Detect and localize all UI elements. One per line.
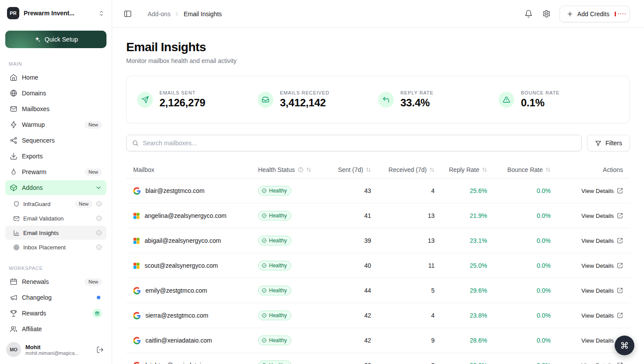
workspace-switcher[interactable]: PR Prewarm Invent... xyxy=(5,5,106,21)
sidebar-item-renewals[interactable]: Renewals New xyxy=(5,274,106,289)
users-icon xyxy=(10,325,18,333)
col-label: Reply Rate xyxy=(449,166,479,173)
col-sent[interactable]: Sent (7d) xyxy=(330,166,378,173)
reply-rate-value: 23.8% xyxy=(442,312,494,319)
col-mailbox: Mailbox xyxy=(126,166,251,173)
credits-indicator xyxy=(615,11,626,16)
google-icon xyxy=(133,287,141,294)
sidebar-item-affiliate[interactable]: Affiliate xyxy=(5,322,106,336)
user-email: mohit.mimani@magica... xyxy=(25,350,87,356)
panel-left-icon xyxy=(124,10,132,18)
received-value: 13 xyxy=(378,237,442,244)
user-card[interactable]: MO Mohit mohit.mimani@magica... xyxy=(0,337,112,364)
table-row: caitlin@xeniadataio.com Healthy 42 9 28.… xyxy=(126,328,630,353)
command-palette-button[interactable]: ⌘ xyxy=(615,336,634,355)
col-bounce-rate[interactable]: Bounce Rate xyxy=(494,166,558,173)
col-received[interactable]: Received (7d) xyxy=(378,166,442,173)
add-credits-button[interactable]: Add Credits xyxy=(559,6,630,22)
app-root: PR Prewarm Invent... Quick Setup MAIN Ho… xyxy=(0,0,644,364)
sidebar-item-rewards[interactable]: Rewards xyxy=(5,306,106,321)
sent-value: 44 xyxy=(330,287,378,294)
col-label: Health Status xyxy=(258,166,295,173)
search-input[interactable] xyxy=(143,140,576,147)
user-avatar: MO xyxy=(6,342,21,357)
view-details-label: View Details xyxy=(581,312,614,319)
sidebar-item-email-validation[interactable]: Email Validation xyxy=(5,211,106,225)
table-row: emily@zestgtmco.com Healthy 44 5 29.6% xyxy=(126,278,630,303)
info-icon[interactable] xyxy=(96,215,102,221)
health-status-badge: Healthy xyxy=(258,286,291,295)
workspace-name: Prewarm Invent... xyxy=(24,10,94,17)
mail-check-icon xyxy=(13,215,20,222)
page-subtitle: Monitor mailbox health and email activit… xyxy=(126,57,630,64)
stat-value: 2,126,279 xyxy=(159,97,205,109)
user-meta: Mohit mohit.mimani@magica... xyxy=(25,344,90,356)
breadcrumb-parent[interactable]: Add-ons xyxy=(148,10,170,18)
view-details-link[interactable]: View Details xyxy=(581,238,623,244)
sidebar-item-email-insights[interactable]: Email Insights xyxy=(5,226,106,240)
filters-button[interactable]: Filters xyxy=(587,135,630,151)
toolbar: Filters xyxy=(126,135,630,151)
view-details-label: View Details xyxy=(581,213,614,219)
table-row: scout@zealsynergyco.com Healthy 40 11 25… xyxy=(126,253,630,278)
sidebar-item-changelog[interactable]: Changelog xyxy=(5,290,106,305)
mailbox-email: sierra@zestgtmco.com xyxy=(145,312,208,319)
globe-icon xyxy=(10,89,18,97)
page-content: Email Insights Monitor mailbox health an… xyxy=(112,28,644,364)
info-icon[interactable] xyxy=(96,201,102,207)
view-details-link[interactable]: View Details xyxy=(581,362,623,364)
info-icon[interactable] xyxy=(96,244,102,250)
view-details-link[interactable]: View Details xyxy=(581,287,623,294)
view-details-label: View Details xyxy=(581,337,614,344)
sidebar-toggle-button[interactable] xyxy=(122,8,134,20)
sidebar-item-home[interactable]: Home xyxy=(5,70,106,85)
sidebar-item-addons[interactable]: Addons xyxy=(5,180,106,195)
sidebar-item-exports[interactable]: Exports xyxy=(5,149,106,164)
health-status-badge: Healthy xyxy=(258,211,291,220)
reply-rate-value: 30.6% xyxy=(442,362,494,364)
stat-label: EMAILS RECEIVED xyxy=(280,90,329,95)
col-health-status[interactable]: Health Status xyxy=(251,166,330,173)
table-row: leighton@xeniadataio.com Healthy 36 3 30… xyxy=(126,353,630,364)
sidebar-item-inbox-placement[interactable]: Inbox Placement xyxy=(5,240,106,254)
col-label: Bounce Rate xyxy=(507,166,543,173)
view-details-link[interactable]: View Details xyxy=(581,188,623,194)
check-circle-icon xyxy=(262,313,267,318)
view-details-link[interactable]: View Details xyxy=(581,312,623,319)
sidebar-item-label: Sequencers xyxy=(22,137,55,144)
notifications-button[interactable] xyxy=(524,9,534,19)
sidebar-item-domains[interactable]: Domains xyxy=(5,86,106,101)
received-value: 5 xyxy=(378,287,442,294)
settings-button[interactable] xyxy=(541,9,552,19)
sidebar-item-label: Email Validation xyxy=(23,215,64,222)
info-icon[interactable] xyxy=(96,230,102,236)
quick-setup-button[interactable]: Quick Setup xyxy=(5,31,106,48)
sidebar-item-warmup[interactable]: Warmup New xyxy=(5,117,106,132)
reply-rate-value: 25.0% xyxy=(442,262,494,269)
sidebar-item-infraguard[interactable]: InfraGuard New xyxy=(5,197,106,211)
view-details-link[interactable]: View Details xyxy=(581,262,623,269)
received-value: 9 xyxy=(378,337,442,344)
health-status-badge: Healthy xyxy=(258,236,291,245)
view-details-label: View Details xyxy=(581,287,614,294)
logout-button[interactable] xyxy=(95,344,106,355)
sidebar-item-label: Email Insights xyxy=(23,230,59,236)
view-details-link[interactable]: View Details xyxy=(581,213,623,219)
sidebar-item-sequencers[interactable]: Sequencers xyxy=(5,133,106,148)
help-circle-icon[interactable] xyxy=(297,167,304,173)
health-status-badge: Healthy xyxy=(258,360,291,364)
sidebar-item-label: InfraGuard xyxy=(23,201,50,207)
sidebar-item-prewarm[interactable]: Prewarm New xyxy=(5,164,106,179)
col-reply-rate[interactable]: Reply Rate xyxy=(442,166,494,173)
send-icon xyxy=(137,92,153,108)
breadcrumb-current: Email Insights xyxy=(184,10,222,18)
calendar-icon xyxy=(10,278,18,286)
mailbox-table: Mailbox Health Status Sent (7d) Received… xyxy=(126,161,630,364)
external-link-icon xyxy=(617,238,623,244)
flame-icon xyxy=(10,168,18,176)
col-label: Actions xyxy=(603,166,623,173)
received-value: 3 xyxy=(378,362,442,364)
command-icon: ⌘ xyxy=(620,340,629,351)
new-badge: New xyxy=(85,168,102,176)
sidebar-item-mailboxes[interactable]: Mailboxes xyxy=(5,102,106,116)
